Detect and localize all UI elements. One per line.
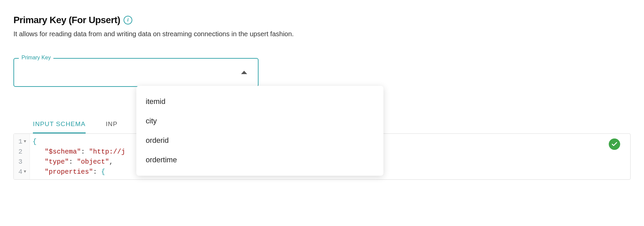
dropdown-option-itemid[interactable]: itemid xyxy=(136,92,383,111)
editor-code[interactable]: { "$schema": "http://j "type": "object",… xyxy=(30,134,125,179)
dropdown-option-ordertime[interactable]: ordertime xyxy=(136,150,383,170)
chevron-up-icon xyxy=(241,71,247,74)
primary-key-select[interactable]: Primary Key xyxy=(13,58,259,87)
section-heading: Primary Key (For Upsert) xyxy=(13,15,120,25)
section-subtext: It allows for reading data from and writ… xyxy=(13,30,631,38)
primary-key-select-label: Primary Key xyxy=(19,55,53,61)
valid-status-icon xyxy=(609,138,620,150)
tab-inp[interactable]: INP xyxy=(106,120,118,133)
dropdown-option-city[interactable]: city xyxy=(136,111,383,131)
dropdown-option-orderid[interactable]: orderid xyxy=(136,131,383,150)
primary-key-dropdown: itemidcityorderidordertime xyxy=(136,86,383,176)
tab-input-schema[interactable]: INPUT SCHEMA xyxy=(33,120,86,133)
editor-gutter: 1▼2 3 4▼ xyxy=(14,134,30,179)
info-icon[interactable]: i xyxy=(124,16,132,24)
